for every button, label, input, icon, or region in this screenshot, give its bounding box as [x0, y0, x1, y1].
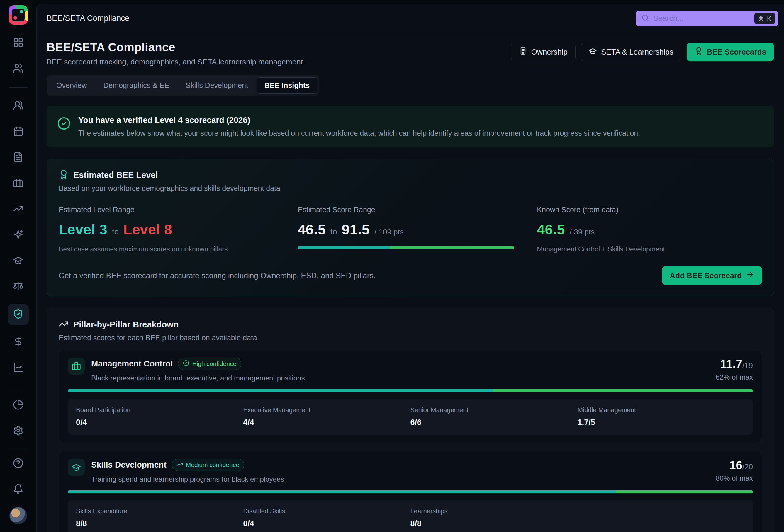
pie-chart-icon	[13, 399, 24, 411]
stat-label: Disabled Skills	[243, 507, 410, 515]
known-score: Known Score (from data) 46.5 / 39 pts Ma…	[537, 205, 762, 253]
sidebar-item-employees[interactable]	[8, 97, 29, 115]
pillar-name: Management Control	[91, 359, 173, 368]
stat-label: Skills Expenditure	[76, 507, 243, 515]
stat-value: 8/8	[76, 519, 243, 528]
sidebar-item-legal[interactable]	[8, 278, 29, 295]
pillar-score-segment	[68, 389, 493, 392]
tab-skills-development[interactable]: Skills Development	[178, 77, 256, 93]
sidebar-divider	[9, 387, 28, 387]
pillar-skills-development: Skills Development Medium confidence Tra…	[59, 451, 762, 532]
score-range-suffix: / 109 pts	[374, 227, 404, 236]
sidebar-item-documents[interactable]	[8, 149, 29, 166]
main-panel: BEE/SETA Compliance Search... ⌘ K BEE/SE…	[36, 3, 784, 532]
shield-check-icon	[13, 309, 24, 320]
topbar-app-title: BEE/SETA Compliance	[47, 14, 129, 23]
trending-up-icon	[13, 203, 24, 215]
tab-overview[interactable]: Overview	[49, 77, 94, 93]
graduation-cap-icon	[68, 459, 85, 476]
sidebar-item-team[interactable]	[8, 60, 29, 77]
stat-value: 4/4	[243, 418, 410, 427]
sidebar	[0, 0, 36, 532]
sidebar-item-finance[interactable]	[8, 334, 29, 351]
pillar-score-segment	[68, 491, 616, 493]
sidebar-item-training[interactable]	[8, 252, 29, 269]
gear-icon	[13, 425, 24, 437]
sidebar-item-business[interactable]	[8, 175, 29, 192]
estimated-level-range: Estimated Level Range Level 3 to Level 8…	[59, 205, 284, 253]
score-range-to-word: to	[330, 227, 337, 236]
pillar-management-control: Management Control High confidence Black…	[59, 350, 762, 443]
app-logo[interactable]	[8, 5, 28, 25]
banner-description: The estimates below show what your score…	[78, 129, 640, 138]
pillar-remainder-segment	[616, 491, 753, 493]
level-range-note: Best case assumes maximum scores on unkn…	[59, 245, 284, 253]
sidebar-item-dashboard[interactable]	[8, 35, 29, 52]
sidebar-divider	[9, 448, 28, 448]
add-bee-scorecard-label: Add BEE Scorecard	[670, 271, 742, 280]
sidebar-item-analytics[interactable]	[8, 360, 29, 376]
confidence-badge: High confidence	[178, 358, 241, 370]
sidebar-item-help[interactable]	[8, 455, 29, 472]
users-round-icon	[13, 100, 24, 112]
sidebar-item-growth[interactable]	[8, 201, 29, 218]
verified-scorecard-banner: You have a verified Level 4 scorecard (2…	[47, 106, 774, 147]
sparkles-icon	[13, 229, 24, 241]
stat-middle-management: Middle Management 1.7/5	[578, 406, 745, 427]
briefcase-icon	[13, 178, 24, 189]
stat-value: 1.7/5	[578, 418, 745, 427]
sidebar-item-notifications[interactable]	[8, 481, 29, 498]
sidebar-item-settings[interactable]	[8, 423, 29, 440]
pillar-percent-of-max: 62% of max	[716, 373, 753, 381]
sidebar-item-reports[interactable]	[8, 397, 29, 414]
graduation-cap-icon	[589, 47, 597, 57]
trending-up-icon	[177, 461, 183, 469]
known-score-note: Management Control + Skills Development	[537, 245, 762, 253]
dollar-sign-icon	[13, 336, 24, 348]
stat-learnerships: Learnerships 8/8	[411, 507, 578, 528]
pillar-score: 16	[729, 459, 743, 472]
scale-icon	[13, 281, 24, 292]
search-shortcut-badge: ⌘ K	[754, 13, 775, 24]
user-avatar[interactable]	[9, 507, 27, 524]
tab-demographics-ee[interactable]: Demographics & EE	[95, 77, 177, 93]
topbar: BEE/SETA Compliance Search... ⌘ K	[37, 4, 784, 33]
pillar-score-max: /19	[743, 361, 753, 370]
bee-scorecards-button[interactable]: BEE Scorecards	[687, 43, 774, 61]
level-range-best: Level 3	[59, 222, 107, 238]
tab-bee-insights[interactable]: BEE Insights	[257, 77, 317, 93]
score-range-from: 46.5	[298, 222, 326, 238]
layout-grid-icon	[13, 37, 24, 49]
score-range-label: Estimated Score Range	[298, 205, 523, 214]
score-range-potential-segment	[390, 246, 514, 249]
ownership-button[interactable]: Ownership	[511, 43, 576, 61]
stat-senior-management: Senior Management 6/6	[411, 406, 578, 427]
bell-icon	[13, 484, 24, 495]
search-icon	[642, 14, 649, 23]
seta-learnerships-button[interactable]: SETA & Learnerships	[581, 43, 681, 61]
seta-learnerships-button-label: SETA & Learnerships	[601, 48, 673, 57]
sidebar-item-ai[interactable]	[8, 227, 29, 244]
pillar-score-max: /20	[743, 462, 753, 471]
estimated-level-heading: Estimated BEE Level	[73, 170, 158, 180]
score-range-progress-bar	[298, 246, 514, 249]
search-input[interactable]: Search... ⌘ K	[636, 11, 778, 26]
confidence-badge-label: High confidence	[192, 360, 236, 367]
estimated-level-subheading: Based on your workforce demographics and…	[59, 184, 762, 193]
add-bee-scorecard-button[interactable]: Add BEE Scorecard	[662, 266, 762, 285]
help-circle-icon	[13, 458, 24, 470]
trending-up-icon	[59, 319, 68, 330]
line-chart-icon	[13, 362, 24, 374]
stat-board-participation: Board Participation 0/4	[76, 406, 243, 427]
sidebar-item-calendar[interactable]	[8, 123, 29, 140]
award-icon	[695, 47, 703, 57]
sidebar-divider	[9, 87, 28, 88]
stat-skills-expenditure: Skills Expenditure 8/8	[76, 507, 243, 528]
known-score-suffix: / 39 pts	[570, 227, 595, 236]
pillar-description: Training spend and learnership programs …	[91, 475, 284, 483]
level-range-to: to	[112, 227, 119, 236]
score-range-to: 91.5	[342, 222, 370, 238]
sidebar-item-compliance[interactable]	[8, 304, 29, 325]
pillar-stats: Board Participation 0/4 Executive Manage…	[68, 399, 753, 435]
pillar-percent-of-max: 80% of max	[716, 474, 753, 482]
